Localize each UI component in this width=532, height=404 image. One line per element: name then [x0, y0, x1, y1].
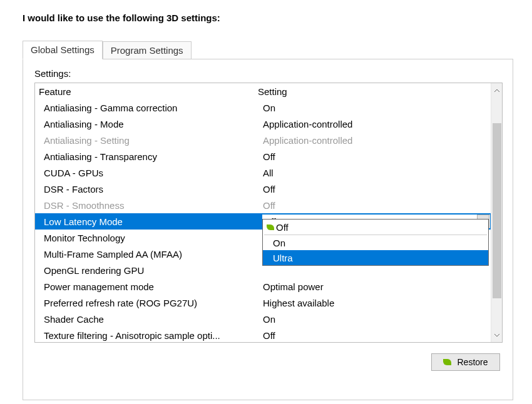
dropdown-option-on[interactable]: On	[263, 235, 488, 250]
cell-feature: Antialiasing - Setting	[44, 135, 263, 146]
cell-setting: Off	[263, 151, 491, 162]
grid-header: Feature Setting	[35, 83, 491, 99]
cell-setting: Optimal power	[263, 281, 491, 292]
column-header-feature: Feature	[39, 86, 258, 97]
cell-feature: CUDA - GPUs	[44, 168, 263, 178]
cell-setting: Off	[263, 184, 491, 194]
table-row[interactable]: Texture filtering - Anisotropic sample o…	[35, 327, 491, 343]
cell-feature: Multi-Frame Sampled AA (MFAA)	[44, 249, 263, 260]
tab-bar: Global Settings Program Settings	[23, 40, 513, 59]
dropdown-option-off[interactable]: Off	[263, 220, 488, 235]
cell-setting: All	[263, 168, 491, 178]
dropdown-option-label: On	[273, 238, 285, 248]
cell-feature: DSR - Smoothness	[44, 200, 263, 211]
table-row: DSR - Smoothness Off	[35, 197, 491, 213]
table-row[interactable]: Antialiasing - Gamma correction On	[35, 99, 491, 116]
cell-setting: On	[263, 314, 491, 325]
column-header-setting: Setting	[258, 86, 491, 97]
cell-setting: Application-controlled	[263, 119, 491, 129]
tab-global-settings[interactable]: Global Settings	[23, 41, 103, 59]
cell-feature: Power management mode	[44, 281, 263, 292]
cell-feature: DSR - Factors	[44, 184, 263, 194]
dropdown-option-label: Off	[276, 222, 289, 233]
cell-setting: Highest available	[263, 298, 491, 308]
table-row[interactable]: Power management mode Optimal power	[35, 278, 491, 295]
table-row[interactable]: Shader Cache On	[35, 311, 491, 327]
cell-feature: OpenGL rendering GPU	[44, 265, 263, 276]
cell-feature: Low Latency Mode	[44, 216, 263, 227]
cell-setting: Off	[263, 200, 491, 211]
cell-feature: Antialiasing - Transparency	[44, 151, 263, 162]
restore-button[interactable]: Restore	[431, 353, 500, 371]
tab-body: Settings: Feature Setting Antialiasing -…	[23, 59, 513, 400]
settings-panel: Global Settings Program Settings Setting…	[23, 40, 513, 400]
table-row[interactable]: Antialiasing - Mode Application-controll…	[35, 116, 491, 132]
scroll-down-icon[interactable]	[491, 330, 503, 341]
scroll-thumb[interactable]	[493, 123, 501, 298]
scroll-up-icon[interactable]	[491, 84, 503, 96]
table-row: Antialiasing - Setting Application-contr…	[35, 132, 491, 148]
settings-grid: Feature Setting Antialiasing - Gamma cor…	[34, 83, 503, 343]
cell-feature: Antialiasing - Mode	[44, 119, 263, 129]
settings-label: Settings:	[34, 68, 501, 79]
scrollbar[interactable]	[491, 83, 502, 342]
dropdown-option-label: Ultra	[273, 253, 293, 263]
cell-feature: Antialiasing - Gamma correction	[44, 103, 263, 113]
page-title: I would like to use the following 3D set…	[0, 0, 532, 23]
cell-setting: Off	[263, 330, 491, 341]
cell-setting: Application-controlled	[263, 135, 491, 146]
low-latency-dropdown[interactable]: Off On Ultra	[262, 219, 489, 266]
restore-button-label: Restore	[457, 357, 488, 367]
table-row[interactable]: CUDA - GPUs All	[35, 164, 491, 181]
cell-feature: Texture filtering - Anisotropic sample o…	[44, 330, 263, 341]
table-row[interactable]: Antialiasing - Transparency Off	[35, 148, 491, 164]
nvidia-icon	[267, 225, 274, 230]
cell-feature: Monitor Technology	[44, 233, 263, 243]
nvidia-icon	[443, 359, 451, 365]
dropdown-option-ultra[interactable]: Ultra	[263, 250, 488, 265]
cell-feature: Shader Cache	[44, 314, 263, 325]
tab-program-settings[interactable]: Program Settings	[103, 41, 192, 59]
table-row[interactable]: DSR - Factors Off	[35, 181, 491, 197]
cell-setting: On	[263, 103, 491, 113]
table-row[interactable]: Preferred refresh rate (ROG PG27U) Highe…	[35, 295, 491, 311]
cell-feature: Preferred refresh rate (ROG PG27U)	[44, 298, 263, 308]
